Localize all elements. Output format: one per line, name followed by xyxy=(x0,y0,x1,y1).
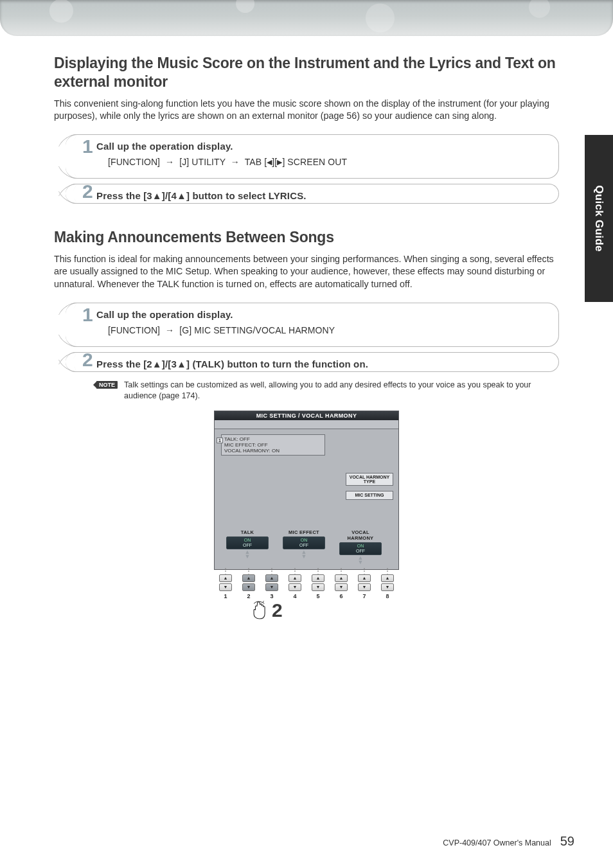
top-banner xyxy=(0,0,613,36)
section-title: Displaying the Music Score on the Instru… xyxy=(54,54,559,91)
note-text: Talk settings can be customized as well,… xyxy=(124,380,559,402)
status-mic: MIC EFFECT: OFF xyxy=(224,442,322,448)
status-vh: VOCAL HARMONY: ON xyxy=(224,448,322,454)
step-2: 2 Press the [2▲]/[3▲] (TALK) button to t… xyxy=(66,352,559,372)
hw-button-number: 2 xyxy=(247,593,250,599)
lcd-screenshot: MIC SETTING / VOCAL HARMONY 1 TALK: OFF … xyxy=(214,411,399,570)
hw-down-button[interactable]: ▼ xyxy=(289,583,301,591)
hw-down-button[interactable]: ▼ xyxy=(219,583,232,591)
step-2: 2 Press the [3▲]/[4▲] button to select L… xyxy=(66,184,559,204)
footer-manual-title: CVP-409/407 Owner's Manual xyxy=(443,838,551,847)
page-footer: CVP-409/407 Owner's Manual 59 xyxy=(443,834,574,849)
param-talk: TALK ONOFF ▲▼ xyxy=(226,529,269,565)
section-body: This convenient sing-along function lets… xyxy=(54,98,559,123)
side-tab: Quick Guide xyxy=(585,135,613,302)
hw-up-button[interactable]: ▲ xyxy=(289,574,301,582)
screen-titlebar: MIC SETTING / VOCAL HARMONY xyxy=(215,411,398,420)
hw-button-number: 1 xyxy=(224,593,227,599)
step-1: 1 Call up the operation display. [FUNCTI… xyxy=(66,303,559,347)
hw-down-button[interactable]: ▼ xyxy=(381,583,394,591)
hw-down-button[interactable]: ▼ xyxy=(242,583,255,591)
hw-button-number: 3 xyxy=(270,593,273,599)
step-1: 1 Call up the operation display. [FUNCTI… xyxy=(66,134,559,179)
hw-up-button[interactable]: ▲ xyxy=(265,574,278,582)
status-box: TALK: OFF MIC EFFECT: OFF VOCAL HARMONY:… xyxy=(221,434,325,456)
up-down-icon: ▲▼ xyxy=(339,556,382,565)
screen-tabbar xyxy=(215,420,398,429)
hand-callout: 2 xyxy=(251,601,559,620)
hw-up-button[interactable]: ▲ xyxy=(242,574,255,582)
hw-up-button[interactable]: ▲ xyxy=(358,574,371,582)
hw-up-button[interactable]: ▲ xyxy=(335,574,348,582)
hw-button-number: 4 xyxy=(293,593,296,599)
up-down-icon: ▲▼ xyxy=(283,550,325,559)
status-talk: TALK: OFF xyxy=(224,436,322,442)
hw-up-button[interactable]: ▲ xyxy=(312,574,324,582)
section-body: This function is ideal for making announ… xyxy=(54,253,559,291)
hw-button-number: 5 xyxy=(316,593,319,599)
hw-down-button[interactable]: ▼ xyxy=(312,583,324,591)
hand-step-number: 2 xyxy=(272,601,283,620)
step-number: 2 xyxy=(82,181,93,203)
side-tab-label: Quick Guide xyxy=(592,185,605,251)
mic-setting-button[interactable]: MIC SETTING xyxy=(346,491,393,499)
hw-down-button[interactable]: ▼ xyxy=(265,583,278,591)
step-number: 1 xyxy=(82,304,93,326)
param-vocal-harmony: VOCAL HARMONY ONOFF ▲▼ xyxy=(339,529,382,565)
screen-index: 1 xyxy=(217,438,223,443)
param-mic-effect: MIC EFFECT ONOFF ▲▼ xyxy=(283,529,325,565)
vocal-harmony-type-button[interactable]: VOCAL HARMONY TYPE xyxy=(346,473,393,486)
section-title: Making Announcements Between Songs xyxy=(54,228,559,247)
hw-button-number: 6 xyxy=(339,593,342,599)
note: NOTE Talk settings can be customized as … xyxy=(96,380,559,402)
hardware-button-row: ▲ ▼ 1 ▲ ▼ 2 ▲ ▼ 3 ▲ ▼ 4 ▲ ▼ 5 ▲ ▼ 6 xyxy=(214,569,399,599)
hw-up-button[interactable]: ▲ xyxy=(219,574,232,582)
hw-button-number: 7 xyxy=(362,593,366,599)
hw-down-button[interactable]: ▼ xyxy=(335,583,348,591)
hw-button-number: 8 xyxy=(386,593,389,599)
note-tag: NOTE xyxy=(96,381,118,389)
step-number: 2 xyxy=(82,350,93,371)
footer-page-number: 59 xyxy=(560,834,574,849)
hand-icon xyxy=(251,601,268,620)
up-down-icon: ▲▼ xyxy=(226,550,269,559)
step-number: 1 xyxy=(82,136,93,157)
hw-down-button[interactable]: ▼ xyxy=(358,583,371,591)
hw-up-button[interactable]: ▲ xyxy=(381,574,394,582)
